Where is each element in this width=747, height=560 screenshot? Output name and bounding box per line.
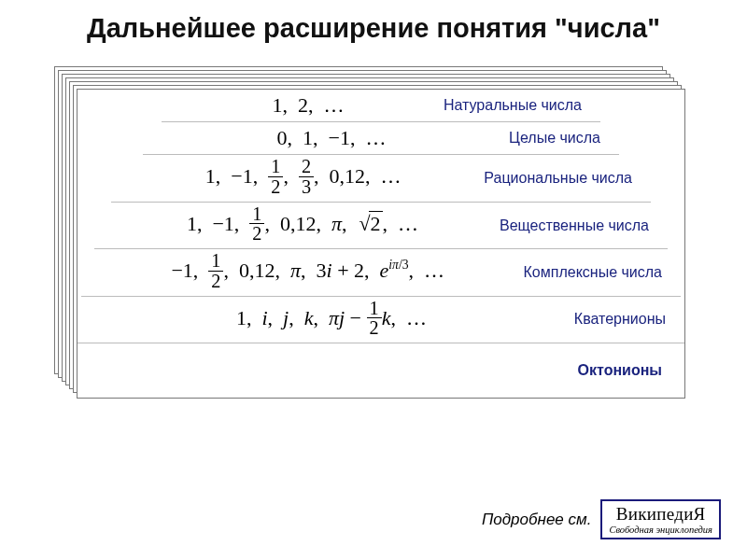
formula-rational: 1, −1, 12, 23, 0,12, … xyxy=(119,159,484,197)
row-quaternion: 1, i, j, k, πj − 12k, … Кватернионы xyxy=(78,297,684,343)
label-quaternion: Кватернионы xyxy=(574,311,677,328)
formula-integer: 0, 1, −1, … xyxy=(150,126,509,150)
label-natural: Натуральные числа xyxy=(444,97,593,114)
label-integer: Целые числа xyxy=(509,130,612,147)
page-title: Дальнейшее расширение понятия "числа" xyxy=(0,0,747,49)
row-real: 1, −1, 12, 0,12, π, 2, … Вещественные чи… xyxy=(94,203,668,249)
row-complex: −1, 12, 0,12, π, 3i + 2, eiπ/3, … Компле… xyxy=(81,249,681,296)
formula-complex: −1, 12, 0,12, π, 3i + 2, eiπ/3, … xyxy=(89,253,524,291)
label-octonions: Октонионы xyxy=(578,362,662,379)
formula-natural: 1, 2, … xyxy=(169,93,444,118)
wikipedia-logo: ВикипедиЯ Свободная энциклопедия xyxy=(600,499,721,539)
label-real: Вещественные числа xyxy=(500,217,660,234)
see-more-text: Подробнее см. xyxy=(482,511,592,529)
row-natural: 1, 2, … Натуральные числа xyxy=(162,90,600,122)
frame-inner: 1, 2, … Натуральные числа 0, 1, −1, … Це… xyxy=(77,89,685,399)
row-rational: 1, −1, 12, 23, 0,12, … Рациональные числ… xyxy=(111,155,651,202)
formula-real: 1, −1, 12, 0,12, π, 2, … xyxy=(102,206,500,245)
wikipedia-title: ВикипедиЯ xyxy=(609,504,712,525)
label-complex: Комплексные числа xyxy=(524,264,673,281)
row-integer: 0, 1, −1, … Целые числа xyxy=(143,122,619,155)
wikipedia-subtitle: Свободная энциклопедия xyxy=(609,525,712,535)
footer: Подробнее см. ВикипедиЯ Свободная энцикл… xyxy=(482,499,721,539)
label-rational: Рациональные числа xyxy=(484,170,643,187)
formula-quaternion: 1, i, j, k, πj − 12k, … xyxy=(85,301,574,339)
number-sets-diagram: 1, 2, … Натуральные числа 0, 1, −1, … Це… xyxy=(54,66,689,402)
row-octonions: Октонионы xyxy=(78,343,684,398)
